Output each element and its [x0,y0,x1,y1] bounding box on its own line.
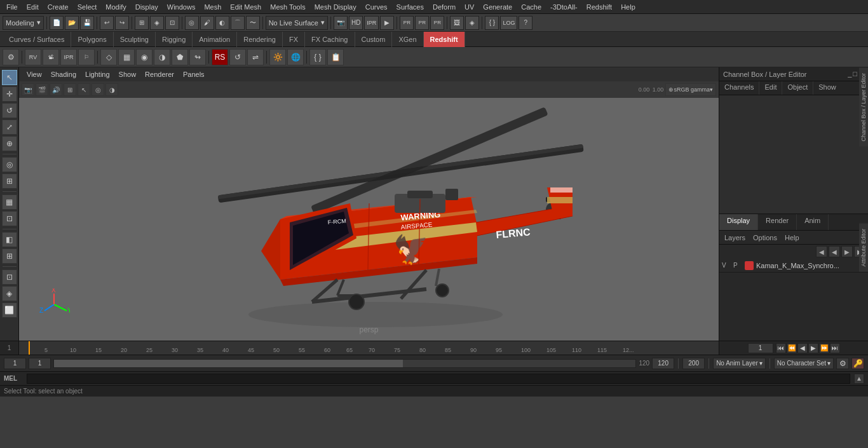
paint-sel-btn[interactable]: 🖌 [200,16,214,30]
menu-display[interactable]: Display [132,2,162,12]
lasso-btn[interactable]: ◎ [185,16,199,30]
ipr2-btn[interactable]: IPR [60,49,77,65]
menu-mesh-display[interactable]: Mesh Display [311,2,360,12]
play-back-btn[interactable]: ◀ [797,343,808,353]
rs-icon11[interactable]: 🌐 [287,49,304,65]
icon-btn-extra[interactable]: ◈ [2,286,17,301]
vp-audio-btn[interactable]: 🔊 [50,83,62,96]
help-btn[interactable]: ? [519,16,532,30]
vcam-btn[interactable]: 📽 [43,49,59,65]
rs-icon10[interactable]: 🔆 [269,49,286,65]
char-set-options-btn[interactable]: ⚙ [836,358,849,369]
channels-tab[interactable]: Channels [719,81,759,95]
menu-edit[interactable]: Edit [23,2,43,12]
pr-btn2[interactable]: PR [415,16,429,30]
script-editor-btn[interactable]: { } [485,16,499,30]
tab-fx-caching[interactable]: FX Caching [305,32,355,47]
menu-redshift[interactable]: Redshift [583,2,616,12]
menu-deform[interactable]: Deform [429,2,459,12]
tab-sculpting[interactable]: Sculpting [114,32,156,47]
menu-3dtaall[interactable]: -3DtoAll- [546,2,581,12]
menu-select[interactable]: Select [74,2,101,12]
snap-btn[interactable]: ⊡ [2,269,17,285]
snap-grid-btn[interactable]: ⊡ [2,211,17,226]
live-surface-dropdown[interactable]: No Live Surface ▾ [266,16,328,30]
render-btn[interactable]: ▶ [380,16,394,30]
vp-view-menu[interactable]: View [23,69,46,79]
tab-xgen[interactable]: XGen [392,32,423,47]
vp-lighting-menu[interactable]: Lighting [81,69,114,79]
vp-isolate-btn[interactable]: ◎ [92,83,104,96]
frame-indicator-input[interactable] [29,358,51,369]
menu-mesh-tools[interactable]: Mesh Tools [266,2,309,12]
range-slider[interactable] [53,359,636,368]
rs-icon6[interactable]: ↬ [189,49,206,65]
select-tool-btn[interactable]: ↖ [2,70,17,85]
vp-panels-menu[interactable]: Panels [179,69,208,79]
cmd-history-btn[interactable]: ▲ [854,374,864,384]
menu-create[interactable]: Create [44,2,72,12]
log-btn[interactable]: LOG [500,16,517,30]
tab-curves-surfaces[interactable]: Curves / Surfaces [3,32,71,47]
menu-surfaces[interactable]: Surfaces [393,2,428,12]
tab-fx[interactable]: FX [283,32,305,47]
render-region-btn[interactable]: ⬜ [2,302,17,318]
vp-gamma-btn[interactable]: ⊕ sRGB gamma ▾ [665,83,716,96]
redo-btn[interactable]: ↪ [115,16,129,30]
menu-windows[interactable]: Windows [163,2,200,12]
rs-icon12[interactable]: { } [309,49,326,65]
no-anim-layer-dropdown[interactable]: No Anim Layer ▾ [713,358,766,369]
rv-btn[interactable]: RV [25,49,41,65]
ipr-btn[interactable]: IPR [364,16,379,30]
menu-cache[interactable]: Cache [517,2,545,12]
rs-icon7[interactable]: RS [212,49,228,65]
step-back-btn[interactable]: ⏪ [787,343,797,353]
new-scene-btn[interactable]: 📄 [50,16,64,30]
menu-edit-mesh[interactable]: Edit Mesh [226,2,265,12]
tab-rigging[interactable]: Rigging [156,32,193,47]
menu-modify[interactable]: Modify [102,2,130,12]
save-scene-btn[interactable]: 💾 [80,16,94,30]
menu-uv[interactable]: UV [461,2,478,12]
vp-shading-btn[interactable]: ◑ [105,83,118,96]
vp-show-menu[interactable]: Show [115,69,140,79]
snap-grid-btn[interactable]: ⊡ [165,16,179,30]
channel-box-edge-label[interactable]: Channel Box / Layer Editor [859,67,868,147]
soft-mod-btn[interactable]: ◐ [215,16,229,30]
anim-layer-tab[interactable]: Anim [797,214,829,230]
current-frame-input[interactable] [748,343,773,353]
open-scene-btn[interactable]: 📂 [65,16,79,30]
pr-btn1[interactable]: PR [400,16,414,30]
mode-dropdown[interactable]: Modeling ▾ [3,16,44,30]
auto-key-btn[interactable]: 🔑 [851,358,864,369]
options-menu[interactable]: Options [750,233,780,243]
menu-file[interactable]: File [3,2,22,12]
menu-curves[interactable]: Curves [362,2,391,12]
settings-icon[interactable]: ⚙ [3,49,19,65]
timeline-ruler[interactable]: 5 10 15 20 25 30 35 40 45 50 55 60 65 70… [19,341,719,355]
universal-manip-btn[interactable]: ⊕ [2,136,17,151]
tab-redshift[interactable]: Redshift [424,32,465,47]
menu-generate[interactable]: Generate [479,2,516,12]
undo-btn[interactable]: ↩ [100,16,114,30]
render-view-btn[interactable]: 🖼 [450,16,464,30]
rs-icon1[interactable]: ◇ [100,49,117,65]
camera-btn[interactable]: 📷 [334,16,348,30]
anim-end-input[interactable] [682,358,705,369]
edit-tab[interactable]: Edit [759,81,782,95]
vp-select-btn[interactable]: ↖ [78,83,90,96]
show-manip-btn[interactable]: ⊞ [2,173,17,189]
log2-btn[interactable]: ⚐ [78,49,95,65]
vp-shading-menu[interactable]: Shading [47,69,80,79]
command-input[interactable] [27,374,850,384]
no-char-set-dropdown[interactable]: No Character Set ▾ [774,358,834,369]
rs-icon4[interactable]: ◑ [154,49,170,65]
tab-animation[interactable]: Animation [193,32,237,47]
layer-arrow-left-btn[interactable]: ◀ [816,246,827,257]
layer-row[interactable]: V P Kaman_K_Max_Synchro... [719,259,868,273]
grid-btn[interactable]: ⊞ [2,248,17,264]
tab-rendering[interactable]: Rendering [237,32,283,47]
step-fwd-btn[interactable]: ⏩ [819,343,829,353]
scale-tool-btn[interactable]: ⤢ [2,119,17,135]
vp-film-btn[interactable]: 🎬 [36,83,48,96]
